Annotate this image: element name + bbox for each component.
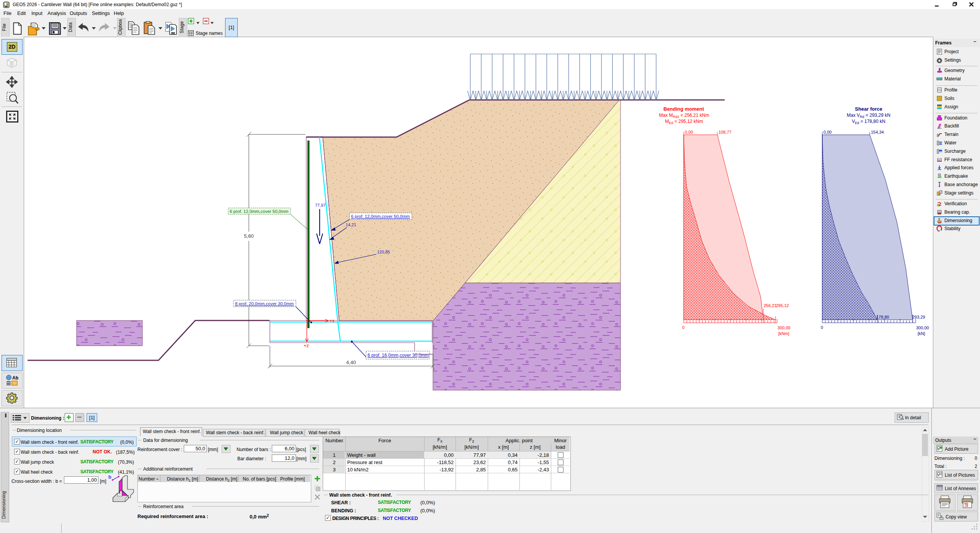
svg-text:b: b xyxy=(108,474,111,480)
svg-text:108,77: 108,77 xyxy=(719,130,732,134)
svg-text:[kNm]: [kNm] xyxy=(778,331,789,336)
svg-text:295,12: 295,12 xyxy=(776,303,789,308)
svg-text:Max VRd = 293,29 kN: Max VRd = 293,29 kN xyxy=(847,113,890,119)
svg-text:8 prof. 20,0mm,cover 30,0mm: 8 prof. 20,0mm,cover 30,0mm xyxy=(235,301,294,306)
svg-text:0,00: 0,00 xyxy=(685,130,693,134)
svg-text:Max MRd2 = 256,21 kNm: Max MRd2 = 256,21 kNm xyxy=(659,113,709,119)
svg-text:3D: 3D xyxy=(9,62,14,66)
svg-text:Shear force: Shear force xyxy=(855,106,882,112)
svg-text:0,00: 0,00 xyxy=(823,130,831,134)
svg-text:120,85: 120,85 xyxy=(377,250,390,254)
svg-text:6 prof. 12,0mm,cover 50,0mm: 6 prof. 12,0mm,cover 50,0mm xyxy=(351,214,410,219)
svg-text:+z: +z xyxy=(304,343,309,348)
svg-text:[kN]: [kN] xyxy=(918,331,925,336)
svg-text:0: 0 xyxy=(682,325,684,330)
svg-text:293,29: 293,29 xyxy=(912,315,925,319)
svg-text:77,97: 77,97 xyxy=(315,203,326,208)
svg-text:300,00: 300,00 xyxy=(777,325,791,330)
svg-text:6 prof. 16,0mm,cover 30,0mm: 6 prof. 16,0mm,cover 30,0mm xyxy=(368,353,429,358)
svg-text:2: 2 xyxy=(940,190,942,194)
svg-text:178,80: 178,80 xyxy=(876,315,889,319)
svg-text:Bending moment: Bending moment xyxy=(663,106,704,112)
svg-text:14,21: 14,21 xyxy=(346,222,356,227)
svg-text:300,00: 300,00 xyxy=(916,325,929,330)
svg-text:256,21: 256,21 xyxy=(764,303,777,308)
svg-text:Ab: Ab xyxy=(12,375,18,381)
svg-text:+x: +x xyxy=(329,318,335,324)
svg-text:4,40: 4,40 xyxy=(346,360,356,365)
svg-text:6 prof. 12,0mm,cover 50,0mm: 6 prof. 12,0mm,cover 50,0mm xyxy=(230,209,288,214)
svg-text:154,34: 154,34 xyxy=(871,130,884,134)
svg-text:0: 0 xyxy=(821,325,823,330)
svg-text:5,60: 5,60 xyxy=(244,233,253,239)
